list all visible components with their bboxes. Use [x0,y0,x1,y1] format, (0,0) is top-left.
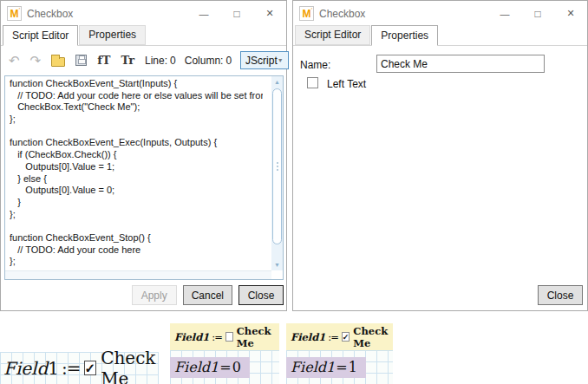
save-file-icon[interactable] [75,55,87,66]
maximize-button[interactable]: □ [521,1,554,26]
logo-prime-glyph: ′ [19,7,20,13]
code-line: function CheckBoxEvent_Stop() { [10,232,263,244]
code-line: Outputs[0].Value = 0; [10,185,263,197]
worksheet-region-result-one[interactable]: Field1=1 [286,357,366,378]
window-title: Checkbox [319,8,365,20]
left-text-checkbox[interactable] [307,77,318,88]
minimize-icon: — [199,9,209,19]
minimize-button[interactable]: — [488,1,521,26]
maximize-icon: □ [233,8,239,20]
close-window-button[interactable]: ✕ [253,1,286,26]
minimize-icon: — [500,9,510,19]
logo-m-glyph: M [10,9,19,19]
tabstrip: Script Editor Properties [293,26,587,46]
variable-name: Field [3,358,48,379]
script-toolbar: ↶ ↷ fT Tr Line: 0 Column: 0 JScript ▼ [1,46,286,75]
column-label: Column: [185,55,224,67]
code-line: } else { [10,173,263,185]
assign-operator: := [328,331,338,343]
close-icon: ✕ [265,8,273,19]
logo-m-glyph: M [303,9,311,19]
line-value: 0 [170,55,176,67]
code-line: // TODO: Add your code here or else valu… [10,90,263,102]
scrollbar-grip [277,166,278,167]
horizontal-scrollbar[interactable] [5,270,271,279]
code-line: }; [10,209,263,221]
result-expression: Field1 [291,359,335,375]
name-input[interactable] [376,55,545,73]
language-selected-value: JScript [245,55,278,67]
worksheet-region-result-zero[interactable]: Field1=0 [170,357,250,378]
folder-icon [51,57,65,67]
code-line: function CheckBoxEvent_Exec(Inputs, Outp… [10,137,263,149]
worksheet-region-assignment-unchecked[interactable]: Field1 := Check Me [170,323,279,350]
scroll-up-icon[interactable]: ▲ [271,79,283,85]
line-label: Line: [145,55,167,67]
properties-window: M ′ Checkbox — □ ✕ Script Editor Propert… [292,0,588,311]
open-file-icon[interactable] [51,55,65,67]
worksheet-region-large[interactable]: Field1 := ✓ Check Me [0,352,159,384]
maximize-icon: □ [534,8,540,20]
scroll-down-icon[interactable]: ▼ [271,262,283,268]
titlebar[interactable]: M ′ Checkbox — □ ✕ [293,1,587,26]
apply-button[interactable]: Apply [132,285,177,305]
mathcad-app-icon: M ′ [299,6,314,21]
assign-operator: := [212,331,222,343]
script-editor-window: M ′ Checkbox — □ ✕ Script Editor Propert… [0,0,287,311]
mathcad-app-icon: M ′ [7,6,22,21]
code-line: } [10,197,263,209]
window-title: Checkbox [27,8,73,20]
chevron-down-icon: ▼ [278,57,284,63]
code-line [10,126,263,138]
code-line: Outputs[0].Value = 1; [10,161,263,173]
dialog-buttons: Apply Cancel Close [132,285,284,305]
checkbox-label: Check Me [237,325,279,349]
code-line: CheckBox.Text("Check Me"); [10,101,263,114]
variable-name: Field1 [174,331,209,343]
name-label: Name: [300,59,330,71]
tab-properties[interactable]: Properties [371,25,438,46]
redo-icon[interactable]: ↷ [30,54,42,67]
tab-script-editor[interactable]: Script Editor [3,25,78,46]
language-select[interactable]: JScript ▼ [240,51,289,69]
close-button[interactable]: Close [238,285,284,305]
variable-digit: 1 [48,358,59,379]
worksheet-grid-area: Field1=1 [286,350,393,384]
cancel-button[interactable]: Cancel [183,285,232,305]
worksheet-grid-area: Field1=0 [170,350,279,384]
code-editor[interactable]: function CheckBoxEvent_Start(Inputs) { /… [4,75,284,280]
scrollbar-thumb[interactable] [272,88,282,244]
font-size-icon[interactable]: Tr [121,54,134,67]
code-line: function CheckBoxEvent_Start(Inputs) { [10,78,263,90]
result-expression: Field1 [174,359,219,375]
worksheet-checkbox-checked[interactable]: ✓ [342,332,350,342]
tabstrip: Script Editor Properties [1,26,286,46]
dialog-buttons: Close [538,285,583,305]
code-line: }; [10,114,263,126]
maximize-button[interactable]: □ [220,1,253,26]
close-button[interactable]: Close [538,285,583,305]
code-line: // TODO: Add your code here [10,244,263,257]
floppy-icon [75,55,87,66]
font-icon[interactable]: fT [97,54,110,67]
tab-script-editor[interactable]: Script Editor [295,25,370,45]
code-line: }; [10,256,263,268]
titlebar[interactable]: M ′ Checkbox — □ ✕ [1,1,286,26]
window-controls: — □ ✕ [187,1,286,26]
undo-icon[interactable]: ↶ [9,54,20,67]
checkbox-label: Check Me [353,325,393,349]
logo-prime-glyph: ′ [311,7,312,13]
equals-operator: = [336,359,347,375]
vertical-scrollbar[interactable]: ▲ ▼ [271,76,283,270]
code-text: function CheckBoxEvent_Start(Inputs) { /… [10,78,263,270]
worksheet-region-assignment-checked[interactable]: Field1 := ✓ Check Me [286,323,393,350]
assign-operator: := [62,358,81,379]
tab-properties[interactable]: Properties [79,25,146,45]
variable-name: Field1 [291,331,325,343]
window-controls: — □ ✕ [488,1,587,26]
minimize-button[interactable]: — [187,1,220,26]
worksheet-checkbox-checked[interactable]: ✓ [84,361,97,375]
close-window-button[interactable]: ✕ [554,1,587,26]
checkbox-label: Check Me [101,348,159,384]
worksheet-checkbox-unchecked[interactable] [225,332,233,342]
